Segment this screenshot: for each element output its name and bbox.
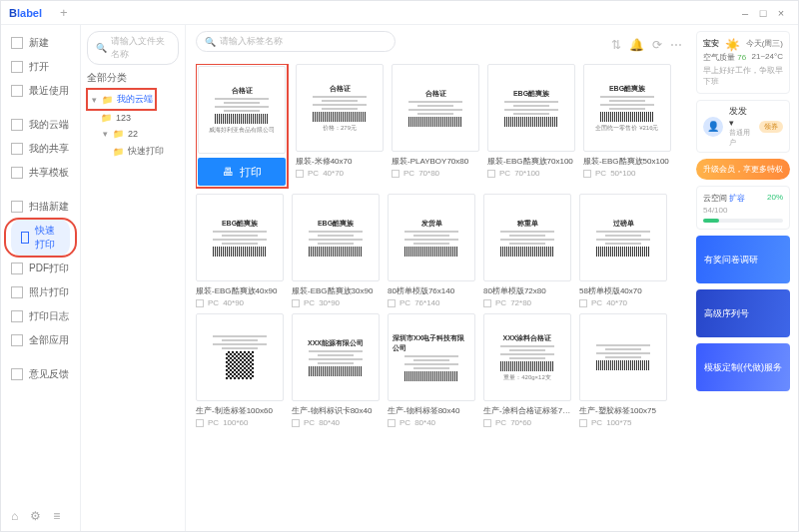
template-thumbnail: 称重单	[483, 194, 571, 281]
qr-icon	[226, 351, 254, 379]
image-icon	[11, 286, 23, 298]
user-name: 发发 ▾	[729, 105, 753, 128]
promo-custom-template[interactable]: 模板定制(代做)服务	[696, 343, 790, 391]
barcode-icon	[596, 247, 651, 257]
template-thumbnail: EBG酷爽族	[487, 64, 575, 152]
nav-open[interactable]: 打开	[1, 55, 80, 79]
template-icon	[11, 167, 23, 179]
expand-storage-link[interactable]: 扩容	[729, 194, 745, 203]
tree-root-label[interactable]: 全部分类	[87, 71, 179, 85]
template-thumbnail: EBG酷爽族全国统一零售价 ¥216元	[583, 64, 671, 152]
weather-sun-icon: ☀️	[725, 38, 740, 52]
settings-icon[interactable]: ⚙	[30, 509, 41, 523]
new-tab-button[interactable]: +	[60, 5, 68, 20]
template-card[interactable]: XXX涂料合格证重量：420g×12支生产-涂料合格证标签70x60PC70*6…	[483, 313, 571, 427]
window-close[interactable]: ×	[772, 7, 790, 19]
tree-node-22[interactable]: ▾📁 22	[87, 126, 179, 142]
user-card[interactable]: 👤 发发 ▾ 普通用户 领券	[696, 100, 790, 153]
tree-node-quick-print[interactable]: 📁 快速打印	[87, 142, 179, 161]
refresh-icon[interactable]: ⟳	[652, 38, 662, 52]
nav-recent[interactable]: 最近使用	[1, 79, 80, 103]
folder-search-placeholder: 请输入文件夹名称	[111, 35, 170, 61]
folder-search[interactable]: 🔍 请输入文件夹名称	[87, 31, 179, 65]
template-name: 58榜单模版40x70	[579, 285, 667, 296]
search-icon: 🔍	[205, 37, 216, 47]
more-icon[interactable]: ⋯	[670, 38, 682, 52]
template-name: 服装-EBG酷爽族70x100	[487, 156, 575, 167]
coupon-badge[interactable]: 领券	[759, 121, 783, 133]
print-button-label: 打印	[240, 165, 262, 180]
device-icon	[292, 299, 300, 307]
template-name: 生产-物料标识卡80x40	[292, 405, 380, 416]
bell-icon[interactable]: 🔔	[629, 38, 644, 52]
thumb-title: 称重单	[517, 219, 538, 229]
nav-pdf-print[interactable]: PDF打印	[1, 257, 80, 280]
thumb-title: EBG酷爽族	[222, 219, 258, 229]
template-card[interactable]: EBG酷爽族全国统一零售价 ¥216元服装-EBG酷爽族50x100PC50*1…	[583, 64, 671, 188]
weather-temp: 21~24°C	[752, 52, 783, 63]
avatar: 👤	[703, 117, 723, 137]
nav-feedback[interactable]: 意见反馈	[1, 362, 80, 386]
template-card[interactable]: XXX能源有限公司生产-物料标识卡80x40PC80*40	[292, 313, 380, 427]
device-icon	[579, 299, 587, 307]
tree-node-my-cloud[interactable]: ▾📁 我的云端	[88, 90, 155, 109]
print-button[interactable]: 🖶打印	[198, 158, 286, 186]
template-card[interactable]: EBG酷爽族服装-EBG酷爽族40x90PC40*90	[196, 194, 284, 307]
template-card[interactable]: 深圳市XX电子科技有限公司生产-物料标签80x40PC80*40	[388, 313, 475, 427]
clock-icon	[11, 85, 23, 97]
template-meta: PC100*75	[579, 418, 667, 427]
chevron-down-icon: ▾	[90, 95, 98, 105]
thumb-subtitle: 全国统一零售价 ¥216元	[595, 124, 658, 133]
nav-scan-new[interactable]: 扫描新建	[1, 195, 80, 219]
template-search[interactable]: 🔍 请输入标签名称	[196, 31, 396, 52]
right-sidebar: 宝安 ☀️ 今天(周三) 空气质量 76 21~24°C 早上好好工作，争取早下…	[688, 25, 798, 531]
nav-photo-print[interactable]: 照片打印	[1, 280, 80, 304]
nav-print-log[interactable]: 打印日志	[1, 304, 80, 328]
nav-all-apps[interactable]: 全部应用	[1, 328, 80, 352]
window-minimize[interactable]: –	[736, 7, 754, 19]
template-name: 生产-物料标签80x40	[388, 405, 475, 416]
app-window: Blabel + – □ × 新建 打开 最近使用 我的云端 我的共享 共享模板…	[0, 0, 799, 532]
upgrade-button[interactable]: 升级会员，享更多特权	[696, 159, 790, 180]
device-icon	[487, 170, 495, 178]
thumb-subtitle: 重量：420g×12支	[503, 373, 551, 382]
template-card[interactable]: 合格证价格：279元服装-米修40x70PC40*70	[296, 64, 384, 188]
template-name: 80榜单模版72x80	[483, 285, 571, 296]
template-card[interactable]: EBG酷爽族服装-EBG酷爽族30x90PC30*90	[292, 194, 380, 307]
thumb-subtitle: 威海好利亚食品有限公司	[209, 126, 275, 135]
thumb-title: EBG酷爽族	[318, 219, 354, 229]
template-card[interactable]: 生产-塑胶标签100x75PC100*75	[579, 313, 667, 427]
thumb-title: EBG酷爽族	[609, 84, 645, 94]
content-toolbar: 🔍 请输入标签名称 ⇅ 🔔 ⟳ ⋯	[196, 31, 682, 58]
promo-survey[interactable]: 有奖问卷调研	[696, 236, 790, 283]
device-icon	[483, 299, 491, 307]
nav-quick-print[interactable]: 快速打印	[11, 219, 70, 257]
barcode-icon	[600, 112, 655, 122]
nav-new[interactable]: 新建	[1, 31, 80, 55]
nav-shared-templates[interactable]: 共享模板	[1, 161, 80, 185]
promo-serial[interactable]: 高级序列号	[696, 289, 790, 337]
nav-my-share[interactable]: 我的共享	[1, 137, 80, 161]
left-nav: 新建 打开 最近使用 我的云端 我的共享 共享模板 扫描新建 快速打印 PDF打…	[1, 25, 81, 531]
weather-widget: 宝安 ☀️ 今天(周三) 空气质量 76 21~24°C 早上好好工作，争取早下…	[696, 31, 790, 94]
template-card[interactable]: 合格证服装-PLAYBOY70x80PC70*80	[392, 64, 479, 188]
template-card[interactable]: EBG酷爽族服装-EBG酷爽族70x100PC70*100	[487, 64, 575, 188]
storage-percent: 20%	[767, 193, 783, 204]
app-logo: Blabel	[9, 7, 42, 19]
template-meta: PC80*40	[388, 418, 475, 427]
template-card[interactable]: 称重单80榜单模版72x80PC72*80	[483, 194, 571, 307]
share-icon	[11, 143, 23, 155]
window-maximize[interactable]: □	[754, 7, 772, 19]
sort-icon[interactable]: ⇅	[611, 38, 621, 52]
template-card[interactable]: 合格证威海好利亚食品有限公司🖶打印	[198, 66, 286, 186]
menu-icon[interactable]: ≡	[53, 509, 60, 523]
thumb-title: XXX能源有限公司	[308, 338, 364, 348]
template-card[interactable]: 过磅单58榜单模版40x70PC40*70	[579, 194, 667, 307]
home-icon[interactable]: ⌂	[11, 509, 18, 523]
tree-node-123[interactable]: 📁 123	[87, 110, 179, 126]
template-card[interactable]: 发货单80榜单模版76x140PC76*140	[388, 194, 475, 307]
printer-icon: 🖶	[223, 166, 234, 178]
template-card[interactable]: 生产-制造标签100x60PC100*60	[196, 313, 284, 427]
barcode-icon	[596, 360, 651, 370]
nav-my-cloud[interactable]: 我的云端	[1, 113, 80, 137]
